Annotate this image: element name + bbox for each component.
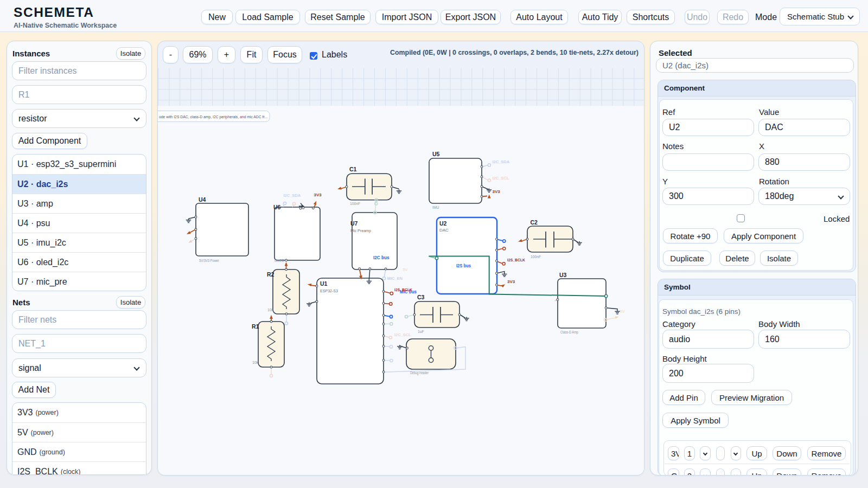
svg-text:R2: R2 (267, 271, 275, 278)
svg-text:I2S_BCLK: I2S_BCLK (394, 287, 413, 292)
svg-text:MIC_EN: MIC_EN (387, 276, 403, 281)
svg-text:C2: C2 (531, 219, 538, 226)
svg-text:5V: 5V (403, 267, 408, 272)
svg-text:5V/3V3 Power: 5V/3V3 Power (199, 259, 220, 262)
svg-text:I2C_SDA: I2C_SDA (493, 159, 510, 164)
svg-text:C3: C3 (417, 294, 425, 300)
svg-text:100nF: 100nF (350, 202, 360, 206)
svg-text:I2S_BCLK: I2S_BCLK (507, 258, 526, 262)
svg-text:R1: R1 (252, 323, 259, 330)
svg-text:3V3: 3V3 (314, 192, 322, 197)
svg-text:3V3: 3V3 (507, 279, 515, 284)
svg-text:U7: U7 (350, 220, 358, 227)
svg-text:U3: U3 (559, 272, 567, 278)
svg-text:U4: U4 (199, 196, 206, 203)
svg-text:3V3: 3V3 (493, 189, 501, 194)
svg-text:DAC: DAC (439, 228, 449, 233)
svg-text:U5: U5 (432, 151, 440, 157)
svg-text:I2C bus: I2C bus (373, 255, 390, 260)
svg-text:Mic Preamp: Mic Preamp (350, 228, 371, 233)
svg-text:5V: 5V (620, 309, 625, 314)
svg-text:10k: 10k (267, 308, 274, 312)
svg-text:IMU: IMU (432, 206, 439, 209)
svg-text:I2C_SCL: I2C_SCL (493, 176, 509, 181)
svg-text:ESP32-S3: ESP32-S3 (320, 288, 338, 293)
svg-text:Class-D Amp: Class-D Amp (560, 330, 578, 335)
svg-text:ode with I2S DAC, class-D amp,: ode with I2S DAC, class-D amp, I2C perip… (159, 114, 267, 119)
svg-text:100nF: 100nF (531, 255, 541, 259)
svg-text:10k: 10k (252, 361, 259, 364)
svg-text:I2S bus: I2S bus (456, 263, 471, 268)
svg-text:U1: U1 (320, 280, 328, 287)
svg-text:I2C_SDA: I2C_SDA (284, 193, 301, 198)
svg-text:1uF: 1uF (418, 330, 424, 333)
svg-text:Debug Header: Debug Header (410, 371, 429, 375)
svg-text:U6: U6 (273, 204, 281, 210)
svg-text:C1: C1 (349, 166, 357, 172)
svg-text:I2C_SCL: I2C_SCL (394, 332, 411, 337)
svg-text:OLED: OLED (275, 259, 285, 262)
svg-text:U2: U2 (439, 220, 447, 227)
